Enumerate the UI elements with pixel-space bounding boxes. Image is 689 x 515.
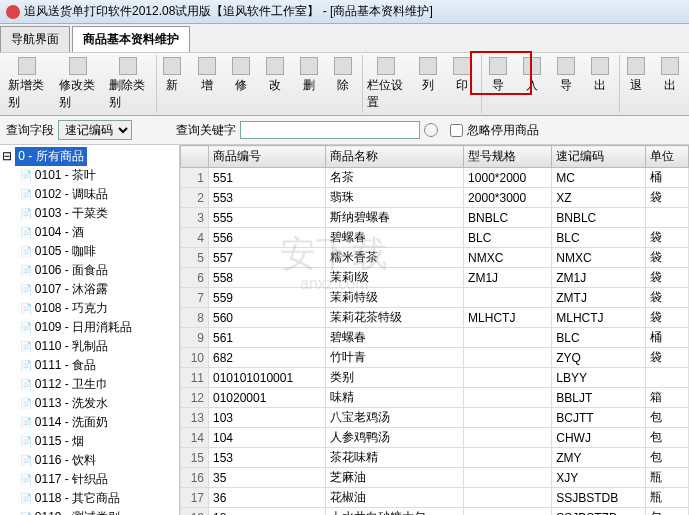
- btn-delete-category[interactable]: 删除类别: [103, 55, 154, 113]
- tree-item[interactable]: 0109 - 日用消耗品: [2, 318, 177, 337]
- btn-import[interactable]: 导: [481, 55, 515, 113]
- btn-out[interactable]: 出: [583, 55, 617, 113]
- table-row[interactable]: 3555斯纳碧螺春BNBLCBNBLC: [181, 208, 689, 228]
- table-row[interactable]: 10682竹叶青ZYQ袋: [181, 348, 689, 368]
- column-header[interactable]: 速记编码: [552, 146, 645, 168]
- column-header[interactable]: 单位: [645, 146, 688, 168]
- column-header[interactable]: 商品名称: [326, 146, 464, 168]
- tree-item[interactable]: 0119 - 测试类别: [2, 508, 177, 515]
- ignore-disabled-label: 忽略停用商品: [467, 122, 539, 139]
- table-row[interactable]: 1201020001味精BBLJT箱: [181, 388, 689, 408]
- tree-item[interactable]: 0107 - 沐浴露: [2, 280, 177, 299]
- tab-nav[interactable]: 导航界面: [0, 26, 70, 52]
- btn-new[interactable]: 新: [156, 55, 190, 113]
- btn-add[interactable]: 增: [190, 55, 224, 113]
- app-icon: [6, 5, 20, 19]
- btn-remove[interactable]: 除: [326, 55, 360, 113]
- tree-item[interactable]: 0117 - 针织品: [2, 470, 177, 489]
- window-title: 追风送货单打印软件2012.08试用版【追风软件工作室】 - [商品基本资料维护…: [24, 3, 433, 20]
- search-field-select[interactable]: 速记编码: [58, 120, 132, 140]
- table-row[interactable]: 7559茉莉特级ZMTJ袋: [181, 288, 689, 308]
- tree-item[interactable]: 0110 - 乳制品: [2, 337, 177, 356]
- table-row[interactable]: 8560茉莉花茶特级MLHCTJMLHCTJ袋: [181, 308, 689, 328]
- tree-item[interactable]: 0115 - 烟: [2, 432, 177, 451]
- title-bar: 追风送货单打印软件2012.08试用版【追风软件工作室】 - [商品基本资料维护…: [0, 0, 689, 24]
- tree-root[interactable]: 0 - 所有商品: [15, 147, 86, 166]
- search-icon[interactable]: [424, 123, 438, 137]
- category-tree[interactable]: ⊟ 0 - 所有商品 0101 - 茶叶0102 - 调味品0103 - 干菜类…: [0, 145, 180, 515]
- table-row[interactable]: 1635芝麻油XJY瓶: [181, 468, 689, 488]
- table-row[interactable]: 1551名茶1000*2000MC桶: [181, 168, 689, 188]
- table-row[interactable]: 13103八宝老鸡汤BCJTT包: [181, 408, 689, 428]
- btn-print[interactable]: 印: [445, 55, 479, 113]
- table-row[interactable]: 6558茉莉I级ZM1JZM1J袋: [181, 268, 689, 288]
- tree-item[interactable]: 0105 - 咖啡: [2, 242, 177, 261]
- tree-item[interactable]: 0102 - 调味品: [2, 185, 177, 204]
- tree-item[interactable]: 0103 - 干菜类: [2, 204, 177, 223]
- btn-modify[interactable]: 改: [258, 55, 292, 113]
- tree-item[interactable]: 0118 - 其它商品: [2, 489, 177, 508]
- table-row[interactable]: 2553翡珠2000*3000XZ袋: [181, 188, 689, 208]
- table-row[interactable]: 5557糯米香茶NMXCNMXC袋: [181, 248, 689, 268]
- tree-item[interactable]: 0114 - 洗面奶: [2, 413, 177, 432]
- btn-edit[interactable]: 修: [224, 55, 258, 113]
- btn-column[interactable]: 列: [411, 55, 445, 113]
- table-row[interactable]: 1736花椒油SSJBSTDB瓶: [181, 488, 689, 508]
- table-row[interactable]: 15153茶花味精ZMY包: [181, 448, 689, 468]
- tab-main[interactable]: 商品基本资料维护: [72, 26, 190, 52]
- table-row[interactable]: 11010101010001类别LBYY: [181, 368, 689, 388]
- tree-item[interactable]: 0101 - 茶叶: [2, 166, 177, 185]
- toolbar: 新增类别 修改类别 删除类别 新 增 修 改 删 除 栏位设置 列 印 导 入 …: [0, 53, 689, 116]
- table-row[interactable]: 1818上水井白砂糖大包SSJBSTZB包: [181, 508, 689, 516]
- btn-quit[interactable]: 退: [619, 55, 653, 113]
- product-grid[interactable]: 商品编号商品名称型号规格速记编码单位 1551名茶1000*2000MC桶255…: [180, 145, 689, 515]
- btn-add-category[interactable]: 新增类别: [2, 55, 53, 113]
- tree-item[interactable]: 0106 - 面食品: [2, 261, 177, 280]
- table-row[interactable]: 9561碧螺春BLC桶: [181, 328, 689, 348]
- tree-item[interactable]: 0108 - 巧克力: [2, 299, 177, 318]
- search-keyword-label: 查询关键字: [176, 122, 236, 139]
- tree-item[interactable]: 0112 - 卫生巾: [2, 375, 177, 394]
- column-header[interactable]: 型号规格: [464, 146, 552, 168]
- column-header[interactable]: 商品编号: [209, 146, 326, 168]
- ignore-disabled-checkbox[interactable]: [450, 124, 463, 137]
- btn-export[interactable]: 导: [549, 55, 583, 113]
- btn-exit[interactable]: 出: [653, 55, 687, 113]
- btn-column-settings[interactable]: 栏位设置: [362, 55, 412, 113]
- search-bar: 查询字段 速记编码 查询关键字 忽略停用商品: [0, 116, 689, 145]
- table-row[interactable]: 14104人参鸡鸭汤CHWJ包: [181, 428, 689, 448]
- table-row[interactable]: 4556碧螺春BLCBLC袋: [181, 228, 689, 248]
- tree-item[interactable]: 0104 - 酒: [2, 223, 177, 242]
- tree-item[interactable]: 0113 - 洗发水: [2, 394, 177, 413]
- btn-delete[interactable]: 删: [292, 55, 326, 113]
- btn-edit-category[interactable]: 修改类别: [53, 55, 104, 113]
- tree-item[interactable]: 0116 - 饮料: [2, 451, 177, 470]
- tab-bar: 导航界面 商品基本资料维护: [0, 24, 689, 53]
- search-field-label: 查询字段: [6, 122, 54, 139]
- search-keyword-input[interactable]: [240, 121, 420, 139]
- tree-item[interactable]: 0111 - 食品: [2, 356, 177, 375]
- btn-in[interactable]: 入: [515, 55, 549, 113]
